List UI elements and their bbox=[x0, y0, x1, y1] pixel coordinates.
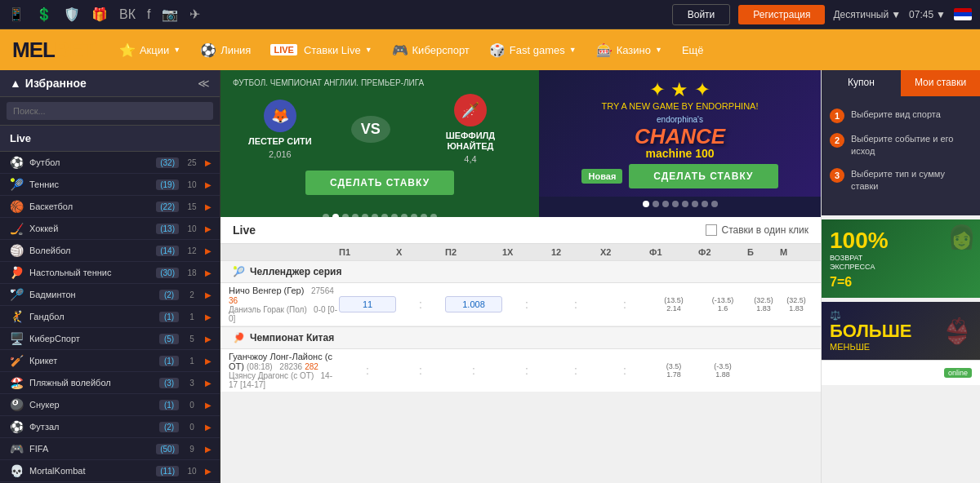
casino-dot-1[interactable] bbox=[643, 201, 649, 207]
play-icon[interactable]: ▶ bbox=[205, 379, 212, 388]
decimal-selector[interactable]: Десятичный ▼ bbox=[833, 9, 901, 20]
ask-question-bar[interactable]: ЗАДАТЬ ВОПРОС online bbox=[822, 360, 980, 385]
dot-9[interactable] bbox=[401, 214, 408, 217]
match-teams-china: Гуанчжоу Лонг-Лайонс (с ОТ) (08:18) 2823… bbox=[229, 352, 339, 389]
tab-my-bets[interactable]: Мои ставки bbox=[901, 70, 980, 96]
star-icon: ⭐ bbox=[119, 42, 136, 58]
sidebar-sport-item[interactable]: 🏀 Баскетбол (22) 15 ▶ bbox=[0, 196, 220, 218]
sidebar: ▲ Избранное ≪ Live ⚽ Футбол (32) 25 ▶ 🎾 … bbox=[0, 70, 220, 483]
odd-m[interactable]: (32.5)1.83 bbox=[780, 296, 813, 312]
dot-6[interactable] bbox=[372, 214, 378, 217]
odd-f1[interactable]: (13.5)2.14 bbox=[649, 296, 698, 312]
casino-dot-7[interactable] bbox=[702, 201, 708, 207]
sport-name: Гандбол bbox=[29, 312, 154, 321]
instagram-icon[interactable]: 📷 bbox=[162, 7, 178, 22]
play-icon[interactable]: ▶ bbox=[205, 224, 212, 233]
odd-f2[interactable]: (-13.5)1.6 bbox=[698, 296, 747, 312]
play-icon[interactable]: ▶ bbox=[205, 312, 212, 321]
dot-10[interactable] bbox=[411, 214, 417, 217]
nav-fastgames[interactable]: 🎲 Fast games ▼ bbox=[481, 38, 585, 63]
tab-coupon[interactable]: Купон bbox=[822, 70, 901, 96]
casino-dot-2[interactable] bbox=[653, 201, 659, 207]
casino-bet-button[interactable]: СДЕЛАТЬ СТАВКУ bbox=[629, 164, 777, 188]
sport-name: Хоккей bbox=[29, 224, 151, 233]
sport-count: (5) bbox=[159, 334, 179, 344]
play-icon[interactable]: ▶ bbox=[205, 268, 212, 277]
dot-2[interactable] bbox=[332, 214, 339, 217]
play-icon[interactable]: ▶ bbox=[205, 445, 212, 454]
site-logo[interactable]: MELBET bbox=[12, 38, 95, 63]
dot-3[interactable] bbox=[342, 214, 349, 217]
sidebar-sport-item[interactable]: 🏸 Бадминтон (2) 2 ▶ bbox=[0, 284, 220, 306]
sidebar-sport-item[interactable]: 🏐 Волейбол (14) 12 ▶ bbox=[0, 240, 220, 262]
casino-dot-4[interactable] bbox=[672, 201, 679, 207]
dot-5[interactable] bbox=[362, 214, 368, 217]
nav-line[interactable]: ⚽ Линия bbox=[192, 38, 259, 63]
dot-4[interactable] bbox=[352, 214, 359, 217]
nav-live[interactable]: LIVE Ставки Live ▼ bbox=[262, 39, 380, 61]
play-icon[interactable]: ▶ bbox=[205, 290, 212, 299]
live-badge: LIVE bbox=[270, 44, 296, 55]
odd-f2-china[interactable]: (-3.5)1.88 bbox=[698, 362, 747, 379]
register-button[interactable]: Регистрация bbox=[738, 5, 825, 24]
dot-11[interactable] bbox=[421, 214, 427, 217]
telegram-icon[interactable]: ✈ bbox=[189, 7, 200, 22]
sidebar-sport-item[interactable]: ⚽ Футзал (2) 0 ▶ bbox=[0, 416, 220, 438]
shield-icon[interactable]: 🛡️ bbox=[64, 7, 80, 22]
logo-bar: MELBET ⭐ Акции ▼ ⚽ Линия LIVE Ставки Liv… bbox=[0, 29, 980, 70]
collapse-icon[interactable]: ≪ bbox=[198, 77, 210, 90]
play-icon[interactable]: ▶ bbox=[205, 467, 212, 476]
dot-12[interactable] bbox=[430, 214, 437, 217]
banner-bet-button[interactable]: СДЕЛАТЬ СТАВКУ bbox=[305, 171, 454, 195]
sidebar-sport-item[interactable]: ⚽ Футбол (32) 25 ▶ bbox=[0, 152, 220, 174]
promo-banner-express[interactable]: 100% ВОЗВРАТ ЭКСПРЕССА 7=6 👩 bbox=[822, 219, 980, 298]
one-click-toggle[interactable]: Ставки в один клик bbox=[706, 224, 809, 236]
odd-p2[interactable]: 1.008 bbox=[445, 296, 502, 312]
login-button[interactable]: Войти bbox=[672, 4, 731, 25]
sport-icon: ⚽ bbox=[8, 420, 24, 433]
dot-1[interactable] bbox=[323, 214, 329, 217]
sidebar-sport-item[interactable]: 🎮 FIFA (50) 9 ▶ bbox=[0, 438, 220, 460]
sport-count: (2) bbox=[159, 290, 179, 300]
dot-7[interactable] bbox=[381, 214, 388, 217]
play-icon[interactable]: ▶ bbox=[205, 202, 212, 211]
sidebar-sport-item[interactable]: 🏏 Крикет (1) 1 ▶ bbox=[0, 350, 220, 372]
nav-esports[interactable]: 🎮 Киберспорт bbox=[384, 38, 478, 63]
sidebar-sport-item[interactable]: 🏒 Хоккей (13) 10 ▶ bbox=[0, 218, 220, 240]
sidebar-sport-item[interactable]: 🎾 Теннис (19) 10 ▶ bbox=[0, 174, 220, 196]
sidebar-sport-item[interactable]: 🤾 Гандбол (1) 1 ▶ bbox=[0, 306, 220, 328]
gift-icon[interactable]: 🎁 bbox=[91, 7, 108, 22]
dollar-icon[interactable]: 💲 bbox=[36, 7, 52, 22]
nav-promotions[interactable]: ⭐ Акции ▼ bbox=[111, 38, 189, 63]
promo-banner-more-less[interactable]: ⚖️ БОЛЬШЕ МЕНЬШЕ 👙 bbox=[822, 302, 980, 360]
sidebar-sport-item[interactable]: 🏖️ Пляжный волейбол (3) 3 ▶ bbox=[0, 372, 220, 394]
dot-8[interactable] bbox=[391, 214, 398, 217]
nav-more[interactable]: Ещё bbox=[674, 39, 712, 61]
play-icon[interactable]: ▶ bbox=[205, 180, 212, 189]
sport-count: (13) bbox=[156, 224, 179, 234]
play-icon[interactable]: ▶ bbox=[205, 423, 212, 432]
sidebar-sport-item[interactable]: 💀 MortalKombat (11) 10 ▶ bbox=[0, 460, 220, 482]
facebook-icon[interactable]: f bbox=[147, 7, 150, 22]
odd-f1-china[interactable]: (3.5)1.78 bbox=[649, 362, 698, 379]
sidebar-sport-item[interactable]: 🏓 Настольный теннис (30) 18 ▶ bbox=[0, 262, 220, 284]
play-icon[interactable]: ▶ bbox=[205, 357, 212, 366]
sidebar-sport-item[interactable]: 🖥️ КиберСпорт (5) 5 ▶ bbox=[0, 328, 220, 350]
play-icon[interactable]: ▶ bbox=[205, 401, 212, 410]
casino-dot-6[interactable] bbox=[692, 201, 698, 207]
one-click-checkbox[interactable] bbox=[706, 224, 717, 236]
search-input[interactable] bbox=[7, 102, 213, 120]
nav-casino[interactable]: 🎰 Казино ▼ bbox=[588, 38, 670, 63]
language-flag[interactable] bbox=[954, 8, 972, 20]
vk-icon[interactable]: ВК bbox=[119, 7, 136, 22]
casino-dot-5[interactable] bbox=[682, 201, 688, 207]
casino-dot-8[interactable] bbox=[711, 201, 718, 207]
play-icon[interactable]: ▶ bbox=[205, 158, 212, 167]
sidebar-sport-item[interactable]: 🎱 Снукер (1) 0 ▶ bbox=[0, 394, 220, 416]
odd-p1[interactable]: 11 bbox=[339, 296, 396, 312]
play-icon[interactable]: ▶ bbox=[205, 335, 212, 343]
mobile-icon[interactable]: 📱 bbox=[8, 7, 24, 22]
play-icon[interactable]: ▶ bbox=[205, 246, 212, 255]
casino-dot-3[interactable] bbox=[662, 201, 669, 207]
odd-b[interactable]: (32.5)1.83 bbox=[747, 296, 780, 312]
